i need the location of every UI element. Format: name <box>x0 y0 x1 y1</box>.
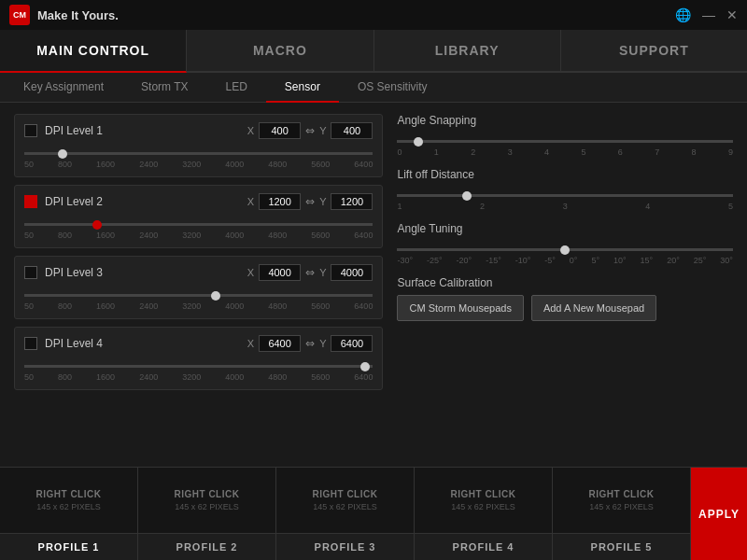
dpi-2-link-icon[interactable]: ⇔ <box>305 195 315 208</box>
close-button[interactable]: ✕ <box>726 7 738 22</box>
dpi-level-1-label: DPI Level 1 <box>45 124 240 137</box>
dpi-2-y-label: Y <box>319 196 326 207</box>
dpi-3-link-icon[interactable]: ⇔ <box>305 266 315 279</box>
dpi-level-4-label: DPI Level 4 <box>45 337 240 350</box>
dpi-4-slider[interactable] <box>24 365 373 368</box>
dpi-level-2-checkbox[interactable] <box>24 195 37 208</box>
dpi-level-3-row: DPI Level 3 X ⇔ Y 50800 16002400 3200400… <box>14 256 383 319</box>
dpi-level-3-label: DPI Level 3 <box>45 266 240 279</box>
angle-tuning-section: Angle Tuning -30°-25° -20°-15° -10°-5° 0… <box>397 222 733 265</box>
subtab-os-sensitivity[interactable]: OS Sensitivity <box>339 73 446 103</box>
dpi-4-link-icon[interactable]: ⇔ <box>305 337 315 350</box>
apply-button[interactable]: APPLY <box>691 468 747 560</box>
tab-support[interactable]: SUPPORT <box>561 30 747 71</box>
subtab-storm-tx[interactable]: Storm TX <box>122 73 206 103</box>
dpi-2-slider-labels: 50800 16002400 32004000 48005600 6400 <box>24 231 373 240</box>
dpi-3-y-input[interactable] <box>331 264 373 281</box>
dpi-4-slider-labels: 50800 16002400 32004000 48005600 6400 <box>24 372 373 382</box>
dpi-1-link-icon[interactable]: ⇔ <box>305 124 315 137</box>
right-panel: Angle Snapping 01 23 45 67 89 Lift off D… <box>397 114 733 437</box>
profile-bar: RIGHT CLICK 145 x 62 PIXELS PROFILE 1 RI… <box>0 467 747 560</box>
profile-slot-4[interactable]: RIGHT CLICK 145 x 62 PIXELS PROFILE 4 <box>415 468 553 560</box>
profile-4-click-area: RIGHT CLICK 145 x 62 PIXELS <box>415 468 552 534</box>
dpi-3-slider-labels: 50800 16002400 32004000 48005600 6400 <box>24 301 373 311</box>
profile-1-click-size: 145 x 62 PIXELS <box>36 501 101 513</box>
profile-1-name: PROFILE 1 <box>0 534 137 560</box>
lift-off-title: Lift off Distance <box>397 168 733 181</box>
globe-button[interactable]: 🌐 <box>675 7 691 22</box>
dpi-3-x-label: X <box>247 267 254 278</box>
cm-storm-mousepads-button[interactable]: CM Storm Mousepads <box>397 295 523 321</box>
app-title: Make It Yours. <box>37 8 119 22</box>
dpi-4-x-label: X <box>247 338 254 349</box>
dpi-1-y-input[interactable] <box>331 122 373 139</box>
dpi-level-3-inputs: X ⇔ Y <box>247 264 374 281</box>
profile-4-click-label: RIGHT CLICK <box>451 488 516 501</box>
subtab-sensor[interactable]: Sensor <box>266 73 339 103</box>
lift-off-slider[interactable] <box>397 194 733 197</box>
title-bar-right: 🌐 — ✕ <box>675 7 738 22</box>
lift-off-section: Lift off Distance 1 2 3 4 5 <box>397 168 733 211</box>
minimize-button[interactable]: — <box>702 7 715 22</box>
dpi-level-2-label: DPI Level 2 <box>45 195 240 208</box>
angle-tuning-slider[interactable] <box>397 248 733 251</box>
dpi-3-y-label: Y <box>319 267 326 278</box>
dpi-level-3-header: DPI Level 3 X ⇔ Y <box>24 264 373 281</box>
profile-slot-2[interactable]: RIGHT CLICK 145 x 62 PIXELS PROFILE 2 <box>138 468 276 560</box>
profile-5-click-size: 145 x 62 PIXELS <box>589 501 654 513</box>
profile-4-click-size: 145 x 62 PIXELS <box>451 501 515 513</box>
dpi-level-4-inputs: X ⇔ Y <box>247 335 374 352</box>
dpi-3-slider[interactable] <box>24 294 373 297</box>
add-new-mousepad-button[interactable]: Add A New Mousepad <box>531 295 656 321</box>
dpi-level-4-checkbox[interactable] <box>24 337 37 350</box>
dpi-2-x-input[interactable] <box>259 193 301 210</box>
dpi-1-x-input[interactable] <box>259 122 301 139</box>
dpi-2-y-input[interactable] <box>331 193 373 210</box>
tab-macro[interactable]: MACRO <box>187 30 374 71</box>
profile-3-name: PROFILE 3 <box>276 534 414 560</box>
angle-snapping-title: Angle Snapping <box>397 114 733 127</box>
profile-slots: RIGHT CLICK 145 x 62 PIXELS PROFILE 1 RI… <box>0 468 691 560</box>
profile-2-click-label: RIGHT CLICK <box>175 488 240 501</box>
tab-library[interactable]: LIBRARY <box>374 30 561 71</box>
dpi-panel: DPI Level 1 X ⇔ Y 50800 16002400 3200400… <box>14 114 383 437</box>
angle-snapping-section: Angle Snapping 01 23 45 67 89 <box>397 114 733 157</box>
sub-tabs: Key Assignment Storm TX LED Sensor OS Se… <box>0 73 747 103</box>
profile-slot-3[interactable]: RIGHT CLICK 145 x 62 PIXELS PROFILE 3 <box>276 468 415 560</box>
profile-slot-5[interactable]: RIGHT CLICK 145 x 62 PIXELS PROFILE 5 <box>553 468 691 560</box>
logo-icon: CM <box>9 5 30 25</box>
title-bar-left: CM Make It Yours. <box>9 5 119 25</box>
subtab-led[interactable]: LED <box>207 73 266 103</box>
dpi-2-x-label: X <box>247 196 254 207</box>
profile-3-click-area: RIGHT CLICK 145 x 62 PIXELS <box>276 468 414 534</box>
dpi-1-slider-labels: 50800 16002400 32004000 48005600 6400 <box>24 160 373 169</box>
dpi-1-slider[interactable] <box>24 152 373 155</box>
lift-off-labels: 1 2 3 4 5 <box>397 202 733 211</box>
dpi-level-3-checkbox[interactable] <box>24 266 37 279</box>
profile-2-click-area: RIGHT CLICK 145 x 62 PIXELS <box>138 468 275 534</box>
dpi-level-4-header: DPI Level 4 X ⇔ Y <box>24 335 373 352</box>
surface-calibration-title: Surface Calibration <box>397 276 733 289</box>
profile-1-click-area: RIGHT CLICK 145 x 62 PIXELS <box>0 468 137 534</box>
dpi-1-x-label: X <box>247 125 254 136</box>
profile-slot-1[interactable]: RIGHT CLICK 145 x 62 PIXELS PROFILE 1 <box>0 468 138 560</box>
dpi-level-4-row: DPI Level 4 X ⇔ Y 50800 16002400 3200400… <box>14 327 383 390</box>
angle-snapping-slider[interactable] <box>397 140 733 143</box>
dpi-level-1-checkbox[interactable] <box>24 124 37 137</box>
dpi-4-x-input[interactable] <box>259 335 301 352</box>
profile-1-click-label: RIGHT CLICK <box>36 488 102 501</box>
main-tabs: MAIN CONTROL MACRO LIBRARY SUPPORT <box>0 30 747 73</box>
tab-main-control[interactable]: MAIN CONTROL <box>0 30 187 73</box>
title-bar: CM Make It Yours. 🌐 — ✕ <box>0 0 747 30</box>
dpi-level-2-inputs: X ⇔ Y <box>247 193 374 210</box>
profile-3-click-label: RIGHT CLICK <box>313 488 378 501</box>
content-area: DPI Level 1 X ⇔ Y 50800 16002400 3200400… <box>0 103 747 448</box>
angle-tuning-labels: -30°-25° -20°-15° -10°-5° 0°5° 10°15° 20… <box>397 256 733 265</box>
profile-5-name: PROFILE 5 <box>553 534 690 560</box>
dpi-4-y-input[interactable] <box>331 335 373 352</box>
subtab-key-assignment[interactable]: Key Assignment <box>5 73 122 103</box>
dpi-3-x-input[interactable] <box>259 264 301 281</box>
dpi-2-slider[interactable] <box>24 223 373 226</box>
dpi-level-2-header: DPI Level 2 X ⇔ Y <box>24 193 373 210</box>
dpi-level-2-row: DPI Level 2 X ⇔ Y 50800 16002400 3200400… <box>14 185 383 248</box>
